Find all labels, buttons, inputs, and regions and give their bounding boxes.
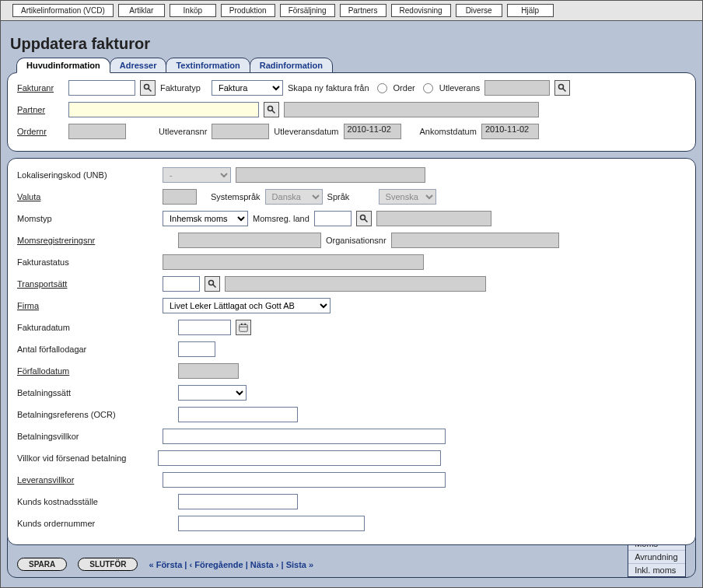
- skapa-ref-display: [484, 80, 550, 96]
- ordernr-label[interactable]: Ordernr: [17, 127, 64, 136]
- skapa-label: Skapa ny faktura från: [288, 83, 369, 93]
- skapa-utleverans-label: Utleverans: [439, 83, 481, 93]
- summary-avrundning: Avrundning: [628, 551, 685, 564]
- page-title: Uppdatera fakturor: [1, 21, 702, 58]
- menu-partners[interactable]: Partners: [340, 4, 386, 17]
- menubar: Artikelinformation (VCD) Artiklar Inköp …: [1, 1, 702, 21]
- tab-huvudinformation[interactable]: Huvudinformation: [16, 58, 110, 73]
- slutfor-button[interactable]: SLUTFÖR: [78, 558, 138, 571]
- pager-first[interactable]: « Första: [149, 560, 182, 569]
- tab-row: Huvudinformation Adresser Textinformatio…: [1, 58, 702, 73]
- tab-adresser[interactable]: Adresser: [110, 58, 167, 73]
- antal-forfallodagar-input[interactable]: [178, 341, 215, 357]
- momstyp-select[interactable]: Inhemsk moms: [163, 211, 248, 226]
- transportsatt-input[interactable]: [163, 276, 200, 292]
- svg-point-6: [360, 215, 365, 220]
- lokaliseringskod-select: -: [163, 167, 231, 183]
- partner-name-display: [284, 102, 539, 117]
- valuta-display: [163, 189, 197, 205]
- systemsprak-select: Danska: [265, 189, 323, 205]
- skapa-utleverans-radio[interactable]: [423, 83, 433, 93]
- momstyp-label: Momstyp: [17, 214, 138, 223]
- main-panel: Lokaliseringskod (UNB) - Valuta Systemsp…: [7, 158, 696, 545]
- svg-point-8: [209, 281, 214, 285]
- header-panel: Fakturanr Fakturatyp Faktura Skapa ny fa…: [7, 72, 696, 152]
- forfallodatum-label[interactable]: Förfallodatum: [17, 366, 138, 376]
- organisationsnr-display: [391, 233, 559, 248]
- menu-forsaljning[interactable]: Försäljning: [280, 4, 335, 17]
- utleveransdatum-display: 2010-11-02: [344, 124, 401, 139]
- menu-produktion[interactable]: Produktion: [221, 4, 275, 17]
- betalningssatt-select[interactable]: [178, 385, 247, 401]
- pager-last[interactable]: Sista »: [286, 560, 313, 569]
- betalningsreferens-input[interactable]: [178, 407, 298, 422]
- organisationsnr-label: Organisationsnr: [326, 236, 386, 245]
- menu-diverse[interactable]: Diverse: [456, 4, 502, 17]
- fakturatyp-select[interactable]: Faktura: [212, 80, 283, 96]
- svg-line-9: [213, 285, 216, 288]
- kunds-ordernummer-input[interactable]: [178, 516, 365, 531]
- tab-radinformation[interactable]: Radinformation: [250, 58, 333, 73]
- pager: « Första | ‹ Föregående | Nästa › | Sist…: [149, 560, 313, 569]
- calendar-icon[interactable]: [236, 320, 251, 335]
- spara-button[interactable]: SPARA: [17, 558, 67, 571]
- skapa-ref-lookup-icon[interactable]: [554, 80, 570, 96]
- skapa-order-radio[interactable]: [377, 83, 387, 93]
- fakturatyp-label: Fakturatyp: [160, 83, 207, 93]
- svg-point-2: [559, 85, 564, 89]
- forfallodatum-display: [178, 363, 239, 379]
- sprak-label: Språk: [327, 192, 374, 201]
- partner-label[interactable]: Partner: [17, 105, 64, 114]
- ankomstdatum-display: 2010-11-02: [481, 124, 539, 139]
- pager-next[interactable]: Nästa ›: [250, 560, 279, 569]
- transportsatt-text: [225, 276, 486, 292]
- momsreg-land-text: [376, 211, 491, 226]
- leveransvillkor-input[interactable]: [163, 472, 446, 488]
- utleveransdatum-label: Utleveransdatum: [274, 127, 338, 136]
- partner-lookup-icon[interactable]: [264, 102, 279, 117]
- menu-redovisning[interactable]: Redovisning: [391, 4, 451, 17]
- villkor-forsenad-input[interactable]: [158, 450, 441, 466]
- momsreg-land-label: Momsreg. land: [253, 214, 310, 223]
- momsregistreringsnr-display: [178, 233, 321, 248]
- villkor-forsenad-label: Villkor vid försenad betalning: [17, 453, 153, 463]
- lokaliseringskod-text: [236, 167, 425, 183]
- menu-artikelinformation[interactable]: Artikelinformation (VCD): [12, 4, 114, 17]
- betalningsreferens-label: Betalningsreferens (OCR): [17, 410, 138, 419]
- leveransvillkor-label[interactable]: Leveransvillkor: [17, 475, 138, 485]
- transportsatt-label[interactable]: Transportsätt: [17, 279, 138, 289]
- momsreg-land-lookup-icon[interactable]: [356, 211, 372, 226]
- fakturanr-lookup-icon[interactable]: [140, 80, 156, 96]
- menu-hjalp[interactable]: Hjälp: [507, 4, 554, 17]
- valuta-label[interactable]: Valuta: [17, 192, 138, 201]
- fakturanr-label[interactable]: Fakturanr: [17, 83, 64, 93]
- pager-prev[interactable]: ‹ Föregående: [189, 560, 243, 569]
- betalningsvillkor-input[interactable]: [163, 429, 446, 444]
- transportsatt-lookup-icon[interactable]: [205, 276, 220, 292]
- sprak-select: Svenska: [379, 189, 436, 205]
- momsregistreringsnr-label[interactable]: Momsregistreringsnr: [17, 236, 138, 245]
- utleveransnr-label: Utleveransnr: [159, 127, 207, 136]
- menu-inkop[interactable]: Inköp: [170, 4, 216, 17]
- skapa-order-label: Order: [393, 83, 415, 93]
- fakturadatum-label: Fakturadatum: [17, 323, 138, 332]
- momsreg-land-input[interactable]: [314, 211, 352, 226]
- kunds-kostnadsstalle-input[interactable]: [178, 494, 298, 509]
- firma-select[interactable]: Livet Leker Lättlagat och Gott AB: [163, 298, 331, 313]
- betalningsvillkor-label: Betalningsvillkor: [17, 432, 138, 441]
- tab-textinformation[interactable]: Textinformation: [166, 58, 250, 73]
- fakturanr-input[interactable]: [68, 80, 135, 96]
- fakturadatum-input[interactable]: [178, 320, 231, 335]
- svg-line-7: [365, 219, 368, 222]
- svg-rect-10: [240, 324, 248, 331]
- svg-line-1: [149, 89, 152, 92]
- menu-artiklar[interactable]: Artiklar: [118, 4, 165, 17]
- kunds-ordernummer-label: Kunds ordernummer: [17, 519, 138, 528]
- ordernr-display: [68, 124, 126, 139]
- kunds-kostnadsstalle-label: Kunds kostnadsställe: [17, 497, 138, 506]
- fakturastatus-display: [163, 254, 424, 270]
- betalningssatt-label: Betalningssätt: [17, 388, 138, 397]
- svg-line-5: [272, 110, 275, 114]
- partner-input[interactable]: [68, 102, 259, 117]
- firma-label[interactable]: Firma: [17, 301, 138, 310]
